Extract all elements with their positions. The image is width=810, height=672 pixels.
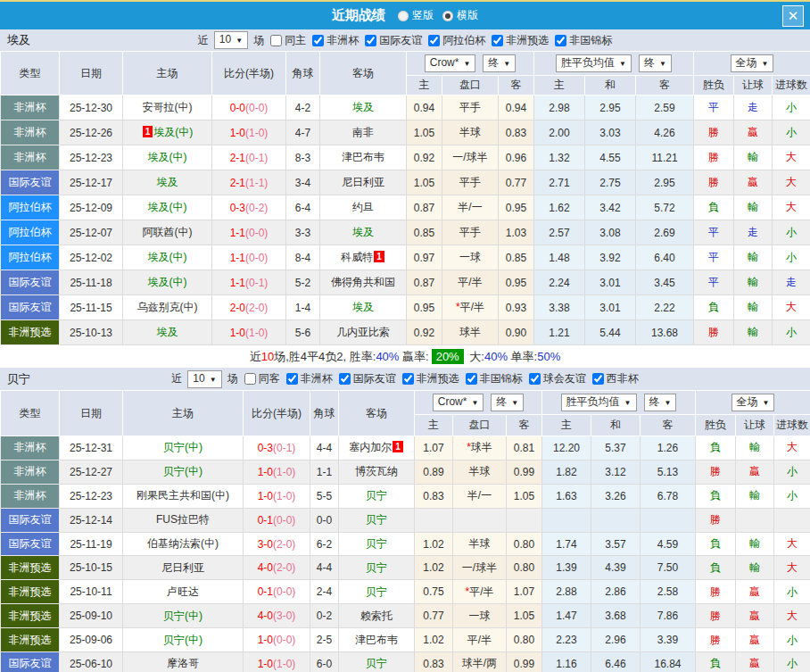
dropdown-arrow-icon: ▼ bbox=[471, 399, 478, 407]
match-count-value: 10 bbox=[193, 372, 204, 385]
home-team-cell: 伯基纳法索(中) bbox=[123, 532, 244, 556]
team-name: 埃及 bbox=[352, 101, 374, 113]
team-name: 埃及 bbox=[352, 301, 374, 313]
avg-time-select[interactable]: 终▼ bbox=[639, 54, 672, 72]
avg-away-cell: 11.21 bbox=[636, 145, 694, 170]
match-row: 非洲杯25-12-27贝宁(中)1-0(1-0)1-1博茨瓦纳0.89半球0.9… bbox=[1, 460, 810, 484]
scope-select[interactable]: 全场▼ bbox=[731, 394, 775, 411]
handicap-cell: 球半 bbox=[442, 320, 499, 345]
dropdown-arrow-icon: ▼ bbox=[763, 399, 770, 407]
halftime-score: (1-0) bbox=[245, 327, 268, 339]
avg-away-cell: 13.68 bbox=[636, 320, 694, 345]
handicap-cell: 一/球半 bbox=[442, 145, 499, 170]
odds-time-select[interactable]: 终▼ bbox=[483, 54, 516, 72]
horizontal-layout-label[interactable]: 横版 bbox=[457, 8, 478, 23]
result-text: 小 bbox=[786, 251, 797, 263]
competition-checkbox[interactable] bbox=[428, 35, 440, 46]
score-cell: 2-0(2-0) bbox=[212, 295, 286, 320]
odds-away-cell bbox=[507, 508, 542, 532]
match-count-select[interactable]: 10▼ bbox=[214, 31, 248, 49]
fulltime-score: 1-1 bbox=[230, 252, 245, 264]
result-goals-cell: 大 bbox=[774, 556, 810, 580]
avg-away-cell: 7.86 bbox=[641, 604, 696, 628]
vertical-layout-label[interactable]: 竖版 bbox=[412, 8, 434, 23]
team-name: 贝宁 bbox=[366, 489, 387, 502]
competition-checkbox[interactable] bbox=[492, 35, 503, 46]
odds-group-header: Crow*▼终▼ bbox=[407, 52, 534, 76]
home-team-cell: 阿联酋(中) bbox=[123, 220, 212, 245]
match-row: 非洲预选25-09-10贝宁(中)4-0(3-0)0-2赖索托0.77一球1.0… bbox=[1, 604, 810, 628]
avg-time-select[interactable]: 终▼ bbox=[644, 394, 677, 411]
score-cell: 1-0(1-0) bbox=[212, 120, 286, 145]
competition-checkbox[interactable] bbox=[592, 373, 604, 385]
match-count-select[interactable]: 10▼ bbox=[187, 370, 221, 388]
competition-checkbox[interactable] bbox=[529, 373, 541, 385]
col-odds-home: 主 bbox=[415, 415, 453, 436]
dropdown-arrow-icon: ▼ bbox=[463, 60, 470, 68]
match-row: 非洲杯25-12-31贝宁(中)0-3(0-1)4-4塞内加尔11.07*球半0… bbox=[1, 436, 810, 460]
result-handicap-cell: 贏 bbox=[736, 580, 774, 604]
type-cell: 阿拉伯杯 bbox=[1, 195, 60, 220]
odds-home-cell: 0.92 bbox=[407, 145, 442, 170]
halftime-score: (3-0) bbox=[273, 610, 295, 622]
avg-odds-select[interactable]: 胜平负均值▼ bbox=[561, 394, 637, 411]
result-handicap-cell: 贏 bbox=[734, 120, 773, 145]
fulltime-score: 2-0 bbox=[230, 302, 245, 314]
result-goals-cell: 小 bbox=[773, 95, 810, 120]
away-team-cell: 埃及 bbox=[320, 95, 407, 120]
same-venue-checkbox[interactable] bbox=[270, 35, 282, 46]
result-handicap-cell: 贏 bbox=[734, 170, 773, 195]
avg-away-cell: 1.26 bbox=[641, 436, 696, 460]
competition-checkbox[interactable] bbox=[286, 373, 298, 385]
games-label: 场 bbox=[253, 33, 264, 48]
avg-draw-cell: 2.86 bbox=[591, 580, 641, 604]
handicap-cell: 一/球半 bbox=[453, 556, 507, 580]
match-row: 非洲预选25-10-13埃及1-0(1-0)5-6几内亚比索0.92球半0.90… bbox=[1, 320, 810, 345]
competition-checkbox[interactable] bbox=[365, 35, 376, 46]
horizontal-layout-radio[interactable] bbox=[442, 11, 453, 21]
competition-checkbox[interactable] bbox=[466, 373, 477, 385]
fulltime-score: 4-0 bbox=[258, 610, 273, 622]
odds-company-select[interactable]: Crow*▼ bbox=[425, 54, 476, 72]
halftime-score: (1-0) bbox=[245, 127, 268, 139]
corners-cell: 8-3 bbox=[286, 145, 320, 170]
fulltime-score: 0-1 bbox=[258, 585, 273, 598]
avg-home-cell: 1.62 bbox=[534, 195, 585, 220]
col-odds-home: 主 bbox=[407, 76, 442, 95]
avg-away-cell: 3.39 bbox=[641, 628, 696, 652]
result-handicap-cell: 贏 bbox=[736, 652, 774, 672]
avg-draw-cell: 2.75 bbox=[585, 170, 636, 195]
competition-checkbox[interactable] bbox=[402, 373, 414, 385]
odds-home-cell: 0.95 bbox=[407, 295, 442, 320]
handicap-cell: 平手 bbox=[442, 95, 499, 120]
dropdown-arrow-icon: ▼ bbox=[236, 37, 243, 45]
result-text: 勝 bbox=[708, 126, 719, 138]
result-goals-cell: 小 bbox=[774, 580, 810, 604]
fulltime-score: 1-0 bbox=[230, 127, 245, 139]
scope-select[interactable]: 全场▼ bbox=[731, 54, 774, 72]
handicap-cell: *平/半 bbox=[442, 295, 499, 320]
competition-checkbox[interactable] bbox=[312, 35, 324, 46]
competition-checkbox[interactable] bbox=[339, 373, 351, 385]
type-cell: 非洲杯 bbox=[1, 145, 60, 170]
handicap-text: 平/半 bbox=[460, 301, 484, 313]
odds-company-select[interactable]: Crow*▼ bbox=[433, 394, 484, 411]
away-team-cell: 几内亚比索 bbox=[320, 320, 407, 345]
result-handicap-cell bbox=[736, 508, 774, 532]
match-row: 非洲杯25-12-23埃及(中)2-1(0-1)8-3津巴布韦0.92一/球半0… bbox=[1, 145, 810, 170]
same-venue-checkbox[interactable] bbox=[244, 373, 256, 385]
result-wl-cell: 平 bbox=[694, 220, 734, 245]
score-cell: 2-1(1-1) bbox=[212, 170, 286, 195]
competition-checkbox[interactable] bbox=[555, 35, 566, 46]
type-cell: 非洲杯 bbox=[1, 484, 60, 508]
team-name: 贝宁(中) bbox=[163, 441, 202, 453]
avg-odds-select[interactable]: 胜平负均值▼ bbox=[556, 54, 632, 72]
col-score: 比分(半场) bbox=[244, 391, 310, 436]
team-name: 埃及(中) bbox=[153, 126, 193, 138]
close-button[interactable]: ✕ bbox=[782, 5, 804, 27]
filter-controls: 近10▼场同客非洲杯国际友谊非洲预选非国锦标球会友谊西非杯 bbox=[0, 370, 810, 388]
result-text: 勝 bbox=[708, 326, 719, 338]
vertical-layout-radio[interactable] bbox=[398, 11, 409, 21]
odds-away-cell: 1.03 bbox=[499, 220, 534, 245]
odds-time-select[interactable]: 终▼ bbox=[491, 394, 524, 411]
